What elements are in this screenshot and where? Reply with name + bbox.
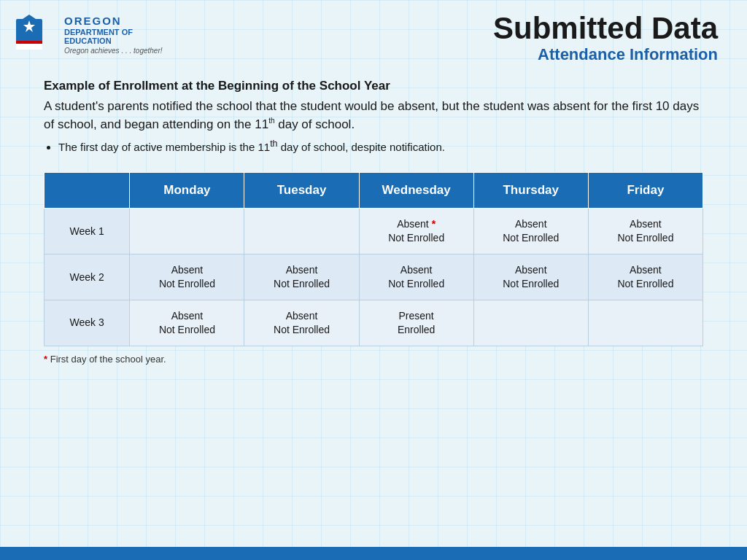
cell-w3-fri xyxy=(588,300,703,346)
page: OREGON DEPARTMENT OF EDUCATION Oregon ac… xyxy=(0,0,747,560)
header-thursday: Thursday xyxy=(473,173,588,209)
footnote: * First day of the school year. xyxy=(44,354,703,365)
example-body-sup: th xyxy=(268,117,274,125)
example-body-end: day of school. xyxy=(275,117,355,131)
footnote-star: * xyxy=(44,354,47,365)
content-area: Example of Enrollment at the Beginning o… xyxy=(0,71,747,547)
footnote-text: First day of the school year. xyxy=(50,354,166,365)
header: OREGON DEPARTMENT OF EDUCATION Oregon ac… xyxy=(0,0,747,71)
cell-w1-mon xyxy=(130,209,244,254)
attendance-table: Monday Tuesday Wednesday Thursday Friday… xyxy=(44,172,703,346)
cell-w2-thu: AbsentNot Enrolled xyxy=(473,254,588,300)
title-area: Submitted Data Attendance Information xyxy=(493,13,718,64)
logo-area: OREGON DEPARTMENT OF EDUCATION Oregon ac… xyxy=(15,13,163,57)
cell-w1-tue xyxy=(244,209,359,254)
cell-w2-wed: AbsentNot Enrolled xyxy=(359,254,473,300)
table-row: Week 2 AbsentNot Enrolled AbsentNot Enro… xyxy=(44,254,703,300)
table-wrapper: Monday Tuesday Wednesday Thursday Friday… xyxy=(44,172,703,364)
oregon-logo-icon xyxy=(15,13,58,57)
example-body-text: A student's parents notified the school … xyxy=(44,99,699,131)
cell-w2-tue: AbsentNot Enrolled xyxy=(244,254,359,300)
bullet-list: The first day of active membership is th… xyxy=(44,138,703,155)
header-week xyxy=(44,173,130,209)
week-label: Week 3 xyxy=(44,300,130,346)
table-row: Week 3 AbsentNot Enrolled AbsentNot Enro… xyxy=(44,300,703,346)
cell-w1-thu: AbsentNot Enrolled xyxy=(473,209,588,254)
svg-rect-4 xyxy=(16,41,42,44)
bullet-end: day of school, despite notification. xyxy=(278,141,445,153)
sub-title: Attendance Information xyxy=(493,45,718,64)
header-wednesday: Wednesday xyxy=(359,173,473,209)
header-monday: Monday xyxy=(130,173,244,209)
example-title: Example of Enrollment at the Beginning o… xyxy=(44,79,703,93)
bullet-item: The first day of active membership is th… xyxy=(58,138,703,155)
cell-w1-wed: Absent *Not Enrolled xyxy=(359,209,473,254)
header-friday: Friday xyxy=(588,173,703,209)
logo-dept2-label: EDUCATION xyxy=(64,36,163,45)
week-label: Week 1 xyxy=(44,209,130,254)
logo-oregon-label: OREGON xyxy=(64,15,163,28)
bullet-sup: th xyxy=(270,139,277,149)
cell-w2-mon: AbsentNot Enrolled xyxy=(130,254,244,300)
logo-dept1-label: DEPARTMENT OF xyxy=(64,28,163,36)
logo-tagline-label: Oregon achieves . . . together! xyxy=(64,47,163,55)
bullet-text: The first day of active membership is th… xyxy=(58,141,270,153)
cell-w3-mon: AbsentNot Enrolled xyxy=(130,300,244,346)
cell-w3-wed: PresentEnrolled xyxy=(359,300,473,346)
cell-w3-thu xyxy=(473,300,588,346)
cell-w3-tue: AbsentNot Enrolled xyxy=(244,300,359,346)
logo-text: OREGON DEPARTMENT OF EDUCATION Oregon ac… xyxy=(64,15,163,55)
table-row: Week 1 Absent *Not Enrolled AbsentNot En… xyxy=(44,209,703,254)
cell-w1-fri: AbsentNot Enrolled xyxy=(588,209,703,254)
main-title: Submitted Data xyxy=(493,13,718,44)
table-header-row: Monday Tuesday Wednesday Thursday Friday xyxy=(44,173,703,209)
footer-bar xyxy=(0,547,747,560)
example-box: Example of Enrollment at the Beginning o… xyxy=(44,79,703,155)
cell-w2-fri: AbsentNot Enrolled xyxy=(588,254,703,300)
week-label: Week 2 xyxy=(44,254,130,300)
red-star-icon: * xyxy=(432,218,436,230)
header-tuesday: Tuesday xyxy=(244,173,359,209)
example-body: A student's parents notified the school … xyxy=(44,98,703,133)
